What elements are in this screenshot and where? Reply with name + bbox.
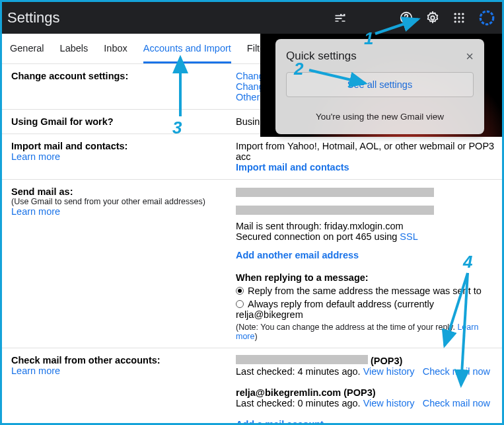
svg-point-5 — [462, 13, 464, 15]
link-check-now-2[interactable]: Check mail now — [423, 398, 490, 408]
page-title: Settings — [2, 9, 60, 26]
link-add-email[interactable]: Add another email address — [236, 250, 359, 260]
secured-text: Secured connection on port 465 using — [236, 231, 400, 242]
label-change-account: Change account settings: — [11, 71, 128, 81]
svg-point-9 — [454, 20, 456, 22]
svg-line-13 — [375, 19, 418, 34]
section-send-as: Send mail as: (Use Gmail to send from yo… — [2, 180, 502, 348]
marker-1: 1 — [364, 28, 373, 49]
link-import-action[interactable]: Import mail and contacts — [236, 162, 349, 173]
link-learn-more-check[interactable]: Learn more — [11, 366, 60, 376]
link-view-history-1[interactable]: View history — [363, 366, 415, 377]
radio-reply-default-label: Always reply from default address (curre… — [236, 299, 434, 320]
link-other[interactable]: Other — [236, 92, 260, 102]
import-desc: Import from Yahoo!, Hotmail, AOL, or oth… — [236, 141, 497, 162]
section-check-mail: Check mail from other accounts: Learn mo… — [2, 348, 502, 425]
redacted-acct1 — [236, 355, 368, 364]
tab-inbox[interactable]: Inbox — [104, 43, 127, 63]
svg-point-7 — [458, 17, 460, 19]
label-send-as: Send mail as: — [11, 186, 236, 197]
link-learn-more-import[interactable]: Learn more — [11, 151, 60, 162]
svg-point-2 — [431, 16, 435, 20]
svg-point-10 — [458, 20, 460, 22]
link-learn-more-send[interactable]: Learn more — [11, 206, 60, 217]
svg-point-12 — [480, 11, 493, 24]
sent-through: Mail is sent through: friday.mxlogin.com — [236, 221, 497, 231]
svg-point-11 — [462, 20, 464, 22]
section-import: Import mail and contacts: Learn more Imp… — [2, 134, 502, 180]
reply-note: (Note: You can change the address at the… — [236, 323, 457, 332]
quick-settings-note: You're using the new Gmail view — [286, 112, 474, 122]
tab-labels[interactable]: Labels — [60, 43, 89, 63]
work-text: Busin — [236, 116, 260, 127]
reply-note-close: ) — [254, 332, 257, 341]
app-header: Settings — [2, 2, 502, 34]
label-check-mail: Check mail from other accounts: — [11, 355, 236, 366]
label-import: Import mail and contacts: — [11, 141, 236, 151]
redacted-1 — [236, 188, 434, 197]
arrow-4a — [431, 270, 471, 395]
svg-point-4 — [458, 13, 460, 15]
link-add-mail-account[interactable]: Add a mail account — [236, 419, 324, 425]
marker-4: 4 — [463, 252, 472, 272]
marker-2: 2 — [294, 59, 303, 79]
acct1-suffix: (POP3) — [371, 356, 402, 366]
link-view-history-2[interactable]: View history — [363, 398, 415, 408]
acct2-status: Last checked: 0 minutes ago. — [236, 398, 363, 408]
close-icon[interactable]: × — [466, 53, 474, 59]
tab-general[interactable]: General — [10, 43, 44, 63]
link-ssl[interactable]: SSL — [400, 231, 417, 242]
tune-icon[interactable] — [333, 11, 347, 25]
acct1-status: Last checked: 4 minutes ago. — [236, 366, 363, 377]
radio-reply-same[interactable] — [236, 287, 244, 295]
svg-point-8 — [462, 17, 464, 19]
apps-icon[interactable] — [452, 11, 466, 25]
send-as-sub: (Use Gmail to send from your other email… — [11, 197, 236, 206]
grammarly-icon[interactable] — [478, 9, 495, 26]
svg-point-3 — [454, 13, 456, 15]
radio-reply-default[interactable] — [236, 300, 244, 308]
svg-line-14 — [309, 70, 365, 83]
marker-3: 3 — [172, 118, 182, 138]
gear-icon[interactable] — [425, 11, 440, 25]
arrow-3 — [170, 54, 190, 120]
svg-point-6 — [454, 17, 456, 19]
redacted-2 — [236, 206, 434, 215]
arrow-1 — [372, 15, 425, 35]
label-work: Using Gmail for work? — [11, 116, 114, 127]
arrow-2 — [306, 65, 372, 88]
